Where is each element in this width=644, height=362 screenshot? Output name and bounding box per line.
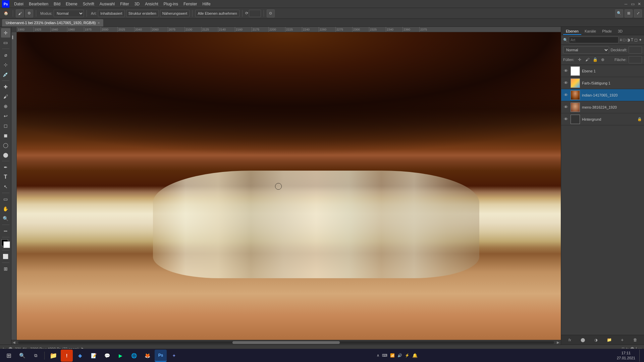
filter-type-icon[interactable]: T xyxy=(631,37,633,43)
tab-ebenen[interactable]: Ebenen xyxy=(563,28,581,35)
filter-shape-icon[interactable]: ◻ xyxy=(634,37,638,43)
layer-fx-btn[interactable]: fx xyxy=(567,337,573,343)
notification-icon[interactable]: 🔔 xyxy=(412,353,418,358)
menu-filter[interactable]: Filter xyxy=(117,1,132,7)
lock-paint-btn[interactable]: 🖌 xyxy=(584,56,591,63)
lock-all-btn[interactable]: 🔒 xyxy=(592,56,598,63)
explorer-btn[interactable]: 📁 xyxy=(47,350,59,362)
unknown-btn-1[interactable]: ◆ xyxy=(74,350,86,362)
volume-icon[interactable]: 🔊 xyxy=(397,353,402,358)
discord-btn[interactable]: ✦ xyxy=(168,350,180,362)
text-tool[interactable]: T xyxy=(1,172,10,182)
filter-smart-icon[interactable]: ✦ xyxy=(639,37,642,43)
approx-btn[interactable]: Näherungswert xyxy=(160,10,190,17)
mode-select[interactable]: Normal xyxy=(54,10,84,17)
clone-tool[interactable]: ⊕ xyxy=(1,102,10,111)
zoom-tool[interactable]: 🔍 xyxy=(1,214,10,223)
filter-pixel-icon[interactable]: □ xyxy=(623,37,625,43)
brush-style-btn[interactable]: ⊙ xyxy=(267,9,275,17)
keyboard-indicator[interactable]: ⌨ xyxy=(382,353,387,358)
photoshop-btn[interactable]: Ps xyxy=(155,350,167,362)
tab-3d[interactable]: 3D xyxy=(615,28,625,35)
lock-pos-btn[interactable]: ✛ xyxy=(576,56,583,63)
layer-adjustment-btn[interactable]: ◑ xyxy=(593,337,599,343)
scroll-left-btn[interactable]: ◀ xyxy=(11,341,17,344)
zoom-fit-btn[interactable]: ⤢ xyxy=(634,9,642,17)
arrange-btn[interactable]: ⊞ xyxy=(625,9,633,17)
search-global-btn[interactable]: 🔍 xyxy=(615,9,623,17)
search-btn[interactable]: 🔍 xyxy=(16,350,28,362)
window-restore[interactable]: ▭ xyxy=(630,1,635,7)
layer-1-visibility[interactable]: 👁 xyxy=(563,68,569,73)
menu-datei[interactable]: Datei xyxy=(11,1,26,7)
move-tool[interactable]: ✛ xyxy=(1,28,10,38)
window-minimize[interactable]: ─ xyxy=(623,1,629,7)
blend-mode-select[interactable]: Normal xyxy=(563,46,609,54)
layer-item-5[interactable]: 👁 Hintergrund 🔒 xyxy=(561,113,644,125)
tab-kanaele[interactable]: Kanäle xyxy=(582,28,599,35)
tool-settings-btn[interactable]: ⚙ xyxy=(25,9,33,17)
eyedropper-tool[interactable]: 💉 xyxy=(1,70,10,79)
window-close[interactable]: ✕ xyxy=(637,1,642,7)
layer-mask-btn[interactable]: ⬤ xyxy=(580,337,586,343)
fill-input[interactable]: 100% xyxy=(629,56,642,63)
antivirus-btn[interactable]: ! xyxy=(61,350,73,362)
tool-home-btn[interactable]: 🏠 xyxy=(2,9,10,17)
scroll-right-btn[interactable]: ▶ xyxy=(555,341,561,344)
start-btn[interactable]: ⊞ xyxy=(3,350,15,362)
menu-ansicht[interactable]: Ansicht xyxy=(142,1,161,7)
tray-arrow[interactable]: ∧ xyxy=(377,353,379,358)
crop-tool[interactable]: ⊹ xyxy=(1,60,10,69)
art-value-btn[interactable]: Inhaltsbasiert xyxy=(98,10,124,17)
layer-new-btn[interactable]: + xyxy=(619,337,626,343)
menu-3d[interactable]: 3D xyxy=(132,1,142,7)
layer-item-1[interactable]: 👁 Ebene 1 xyxy=(561,65,644,77)
layers-search-input[interactable] xyxy=(569,37,619,43)
layer-item-3[interactable]: 👁 indian-1417065_1920 xyxy=(561,89,644,101)
layer-4-visibility[interactable]: 👁 xyxy=(563,105,569,110)
menu-ebene[interactable]: Ebene xyxy=(63,1,80,7)
brush-tool[interactable]: 🖌 xyxy=(1,92,10,101)
structure-btn[interactable]: Struktur erstellen xyxy=(126,10,159,17)
layer-item-4[interactable]: 👁 mens-3816224_1920 xyxy=(561,101,644,113)
tool-brush-btn[interactable]: 🖌 xyxy=(16,9,24,17)
menu-fenster[interactable]: Fenster xyxy=(181,1,200,7)
more-tools-btn[interactable]: ••• xyxy=(1,226,10,236)
shape-tool[interactable]: ▭ xyxy=(1,194,10,204)
task-clock[interactable]: 17:11 27.01.2021 xyxy=(617,351,638,360)
hand-tool[interactable]: ✋ xyxy=(1,204,10,214)
network-icon[interactable]: 📶 xyxy=(390,353,395,358)
scroll-thumb[interactable] xyxy=(232,341,340,344)
layer-2-visibility[interactable]: 👁 xyxy=(563,80,569,85)
show-desktop-btn[interactable] xyxy=(639,350,641,362)
tab-close-btn[interactable]: × xyxy=(98,21,100,25)
menu-schrift[interactable]: Schrift xyxy=(80,1,97,7)
layer-item-2[interactable]: 👁 Farb-/Sättigung 1 xyxy=(561,77,644,89)
tab-pfade[interactable]: Pfade xyxy=(599,28,614,35)
foreground-color[interactable] xyxy=(1,239,10,248)
pen-tool[interactable]: ✒ xyxy=(1,163,10,172)
canvas-area[interactable] xyxy=(17,32,561,340)
history-brush-tool[interactable]: ↩ xyxy=(1,111,10,121)
h-scrollbar[interactable]: ◀ ▶ xyxy=(11,340,561,345)
eraser-tool[interactable]: ◻ xyxy=(1,121,10,130)
selection-tool[interactable]: ▭ xyxy=(1,38,10,47)
menu-auswahl[interactable]: Auswahl xyxy=(97,1,117,7)
angle-input[interactable]: 0° xyxy=(249,10,261,17)
layer-3-visibility[interactable]: 👁 xyxy=(563,93,569,98)
office-btn[interactable]: 📝 xyxy=(88,350,100,362)
filter-kind-icon[interactable]: ≡ xyxy=(620,37,622,43)
screen-mode-btn[interactable]: ⊞ xyxy=(1,264,10,274)
layer-5-visibility[interactable]: 👁 xyxy=(563,117,569,122)
winamp-btn[interactable]: ▶ xyxy=(114,350,126,362)
menu-bild[interactable]: Bild xyxy=(51,1,63,7)
lock-artboard-btn[interactable]: ⊕ xyxy=(599,56,606,63)
opacity-input[interactable]: 100% xyxy=(629,46,642,54)
firefox-btn[interactable]: 🦊 xyxy=(141,350,153,362)
browser-btn[interactable]: 🌐 xyxy=(128,350,140,362)
path-select-tool[interactable]: ↖ xyxy=(1,182,10,191)
gradient-tool[interactable]: ◼ xyxy=(1,131,10,140)
document-tab[interactable]: Unbenannt-1 bei 231% (indian-1417065_192… xyxy=(2,19,103,26)
quick-mask-btn[interactable]: ⬜ xyxy=(1,252,10,261)
filter-adjust-icon[interactable]: ◑ xyxy=(627,37,630,43)
